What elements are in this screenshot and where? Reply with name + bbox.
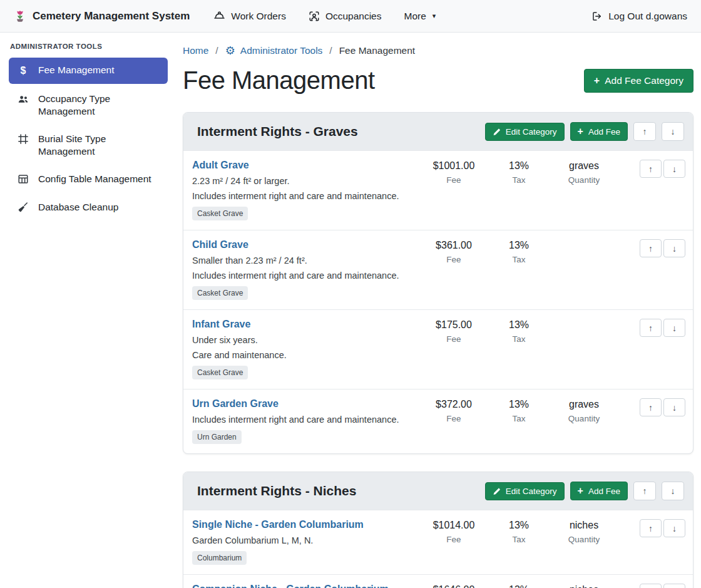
- add-fee-category-button[interactable]: + Add Fee Category: [584, 69, 693, 93]
- move-category-down-button[interactable]: ↓: [662, 122, 684, 141]
- move-fee-up-button[interactable]: ↑: [640, 239, 662, 257]
- fee-tax: 13%: [486, 399, 551, 410]
- move-fee-down-button[interactable]: ↓: [663, 398, 685, 416]
- fee-tax-label: Tax: [486, 535, 551, 544]
- fee-tax: 13%: [486, 520, 551, 531]
- fee-row: Urn Garden Grave Includes interment righ…: [183, 389, 693, 453]
- fee-amount: $1646.00: [421, 584, 486, 588]
- move-fee-down-button[interactable]: ↓: [663, 584, 685, 588]
- fee-name-link[interactable]: Urn Garden Grave: [192, 398, 279, 409]
- fee-type-badge: Casket Grave: [192, 366, 248, 379]
- fee-amount: $372.00: [421, 399, 486, 410]
- logout-button[interactable]: Log Out d.gowans: [591, 11, 687, 22]
- move-fee-down-button[interactable]: ↓: [663, 519, 685, 537]
- fee-amount-label: Fee: [421, 535, 486, 544]
- category-title: Interment Rights - Niches: [192, 483, 485, 498]
- fee-tax-label: Tax: [486, 255, 551, 264]
- sidebar-item-config-table-management[interactable]: Config Table Management: [9, 167, 168, 192]
- tulip-logo-icon: [14, 9, 26, 23]
- sidebar-item-database-cleanup[interactable]: Database Cleanup: [9, 195, 168, 220]
- hard-hat-icon: [213, 10, 225, 22]
- fee-description: Garden Columbarium L, M, N.: [192, 535, 417, 545]
- move-fee-up-button[interactable]: ↑: [640, 584, 662, 588]
- move-fee-down-button[interactable]: ↓: [663, 239, 685, 257]
- sidebar: ADMINISTRATOR TOOLS $ Fee Management Occ…: [0, 33, 175, 588]
- users-icon: [16, 93, 30, 105]
- fee-tax: 13%: [486, 160, 551, 172]
- fee-tax: 13%: [486, 240, 551, 251]
- sidebar-item-burial-site-type-management[interactable]: Burial Site Type Management: [9, 126, 168, 164]
- sidebar-item-label: Config Table Management: [38, 173, 151, 185]
- fee-description: Care and maintenance.: [192, 350, 417, 360]
- fee-name-link[interactable]: Child Grave: [192, 239, 248, 250]
- sidebar-item-label: Database Cleanup: [38, 201, 118, 214]
- fee-quantity-empty: [551, 239, 617, 300]
- move-fee-down-button[interactable]: ↓: [663, 319, 685, 337]
- fee-type-badge: Casket Grave: [192, 286, 248, 300]
- fee-amount: $361.00: [421, 240, 486, 251]
- broom-icon: [16, 202, 30, 213]
- move-category-up-button[interactable]: ↑: [633, 122, 656, 141]
- breadcrumb-separator: /: [329, 45, 332, 56]
- fee-tax: 13%: [486, 584, 551, 588]
- fee-description: Includes interment right and care and ma…: [192, 191, 417, 201]
- edit-category-button[interactable]: Edit Category: [485, 123, 565, 141]
- edit-category-label: Edit Category: [506, 487, 557, 496]
- nav-item-more[interactable]: More ▾: [404, 11, 436, 22]
- fee-tax-label: Tax: [486, 175, 551, 185]
- sidebar-item-label: Fee Management: [38, 64, 115, 76]
- app-title: Cemetery Management System: [33, 10, 190, 23]
- fee-quantity-label: Quantity: [551, 414, 617, 423]
- fee-category-card-graves: Interment Rights - Graves Edit Category …: [183, 112, 693, 454]
- plus-icon: +: [578, 126, 583, 137]
- sidebar-item-fee-management[interactable]: $ Fee Management: [9, 58, 168, 84]
- nav-item-occupancies[interactable]: Occupancies: [309, 11, 382, 22]
- fee-amount-label: Fee: [421, 255, 486, 264]
- move-fee-up-button[interactable]: ↑: [640, 160, 662, 178]
- fee-type-badge: Casket Grave: [192, 207, 248, 220]
- nav-item-work-orders[interactable]: Work Orders: [213, 10, 286, 22]
- category-header: Interment Rights - Graves Edit Category …: [183, 113, 693, 150]
- logout-label: Log Out d.gowans: [608, 11, 687, 22]
- fee-quantity-empty: [551, 319, 617, 379]
- sidebar-heading: ADMINISTRATOR TOOLS: [10, 43, 166, 50]
- category-title: Interment Rights - Graves: [192, 124, 485, 139]
- sidebar-item-occupancy-type-management[interactable]: Occupancy Type Management: [9, 86, 168, 124]
- breadcrumb-admin-tools-link[interactable]: ⚙ Administrator Tools: [225, 45, 323, 56]
- dollar-icon: $: [16, 64, 30, 78]
- edit-category-button[interactable]: Edit Category: [485, 482, 565, 500]
- move-category-up-button[interactable]: ↑: [633, 482, 656, 500]
- top-navbar: Cemetery Management System Work Orders: [0, 0, 701, 33]
- logout-icon: [591, 11, 603, 22]
- fee-description: Under six years.: [192, 335, 417, 345]
- move-fee-up-button[interactable]: ↑: [640, 319, 662, 337]
- fee-name-link[interactable]: Single Niche - Garden Columbarium: [192, 519, 364, 530]
- add-fee-button[interactable]: + Add Fee: [570, 122, 628, 141]
- fee-quantity: niches: [551, 584, 617, 588]
- fee-amount: $1001.00: [421, 160, 486, 172]
- move-fee-up-button[interactable]: ↑: [640, 398, 662, 416]
- fee-name-link[interactable]: Infant Grave: [192, 319, 250, 329]
- table-icon: [16, 173, 30, 185]
- fee-quantity: graves: [551, 399, 617, 410]
- fee-row: Adult Grave 2.23 m² / 24 ft² or larger. …: [183, 150, 693, 230]
- add-fee-button[interactable]: + Add Fee: [570, 482, 628, 500]
- fee-tax-label: Tax: [486, 334, 551, 344]
- breadcrumb-home-link[interactable]: Home: [183, 45, 208, 56]
- category-header: Interment Rights - Niches Edit Category …: [183, 472, 693, 510]
- nav-label: Work Orders: [231, 11, 286, 22]
- fee-description: Smaller than 2.23 m² / 24 ft².: [192, 255, 417, 266]
- fee-description: Includes interment right and care and ma…: [192, 271, 417, 281]
- add-fee-label: Add Fee: [588, 127, 620, 137]
- move-fee-up-button[interactable]: ↑: [640, 519, 662, 537]
- fee-name-link[interactable]: Companion Niche - Garden Columbarium: [192, 584, 389, 588]
- move-fee-down-button[interactable]: ↓: [663, 160, 685, 178]
- fee-tax-label: Tax: [486, 414, 551, 423]
- main-content: Home / ⚙ Administrator Tools / Fee Manag…: [175, 33, 701, 588]
- fee-row: Child Grave Smaller than 2.23 m² / 24 ft…: [183, 230, 693, 309]
- move-category-down-button[interactable]: ↓: [662, 482, 684, 500]
- add-fee-category-label: Add Fee Category: [605, 75, 683, 86]
- breadcrumb: Home / ⚙ Administrator Tools / Fee Manag…: [183, 41, 693, 56]
- fee-name-link[interactable]: Adult Grave: [192, 160, 249, 170]
- fee-quantity-label: Quantity: [551, 535, 617, 544]
